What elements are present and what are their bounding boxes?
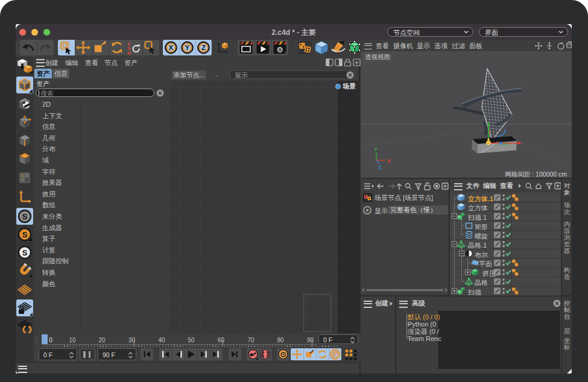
svg-text:P: P <box>333 351 337 358</box>
svg-text:X: X <box>169 44 174 51</box>
svg-text:Z: Z <box>378 164 382 171</box>
svg-text:Y: Y <box>374 146 378 152</box>
svg-text:⚙: ⚙ <box>276 45 283 54</box>
svg-text:R: R <box>128 51 131 56</box>
svg-text:Y: Y <box>185 44 190 51</box>
svg-text:⚙: ⚙ <box>280 350 287 359</box>
svg-text:Z: Z <box>201 44 206 51</box>
svg-text:S: S <box>22 248 28 257</box>
svg-text:S: S <box>22 230 28 239</box>
svg-text:X: X <box>387 158 391 164</box>
svg-text:S: S <box>22 212 28 221</box>
